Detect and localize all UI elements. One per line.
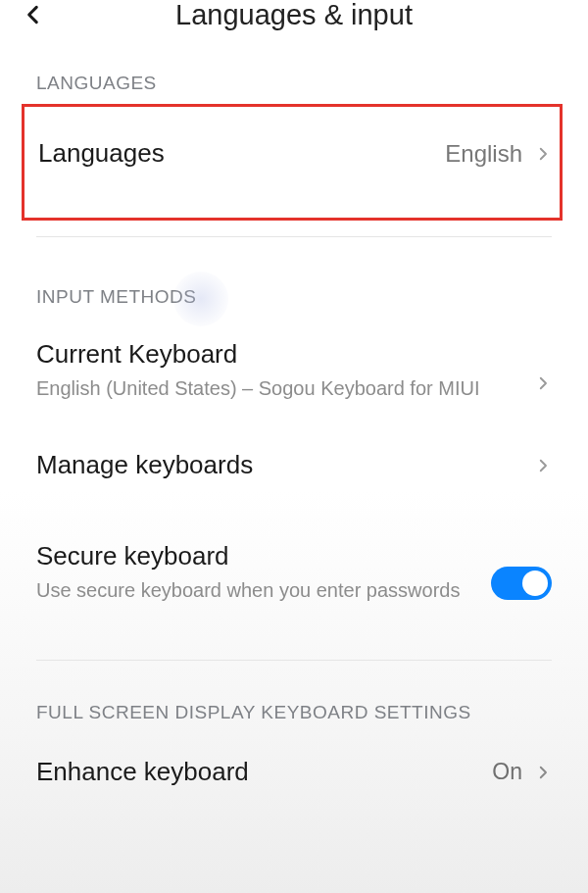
- languages-label: Languages: [38, 138, 165, 169]
- secure-keyboard-sub: Use secure keyboard when you enter passw…: [36, 575, 471, 605]
- page-title: Languages & input: [20, 0, 568, 31]
- enhance-keyboard-row[interactable]: Enhance keyboard On: [0, 757, 588, 787]
- manage-keyboards-row[interactable]: Manage keyboards: [0, 450, 588, 480]
- languages-value: English: [445, 140, 522, 168]
- current-keyboard-row[interactable]: Current Keyboard English (United States)…: [0, 308, 588, 403]
- section-header-fullscreen: FULL SCREEN DISPLAY KEYBOARD SETTINGS: [0, 702, 588, 723]
- current-keyboard-sub: English (United States) – Sogou Keyboard…: [36, 373, 534, 403]
- divider: [36, 236, 552, 237]
- manage-keyboards-label: Manage keyboards: [36, 450, 253, 480]
- current-keyboard-label: Current Keyboard: [36, 339, 534, 370]
- section-header-input-methods: INPUT METHODS: [0, 286, 588, 308]
- highlighted-languages-row: Languages English: [22, 104, 563, 221]
- chevron-right-icon: [534, 145, 552, 163]
- toggle-knob: [522, 571, 548, 596]
- header-bar: Languages & input: [0, 0, 588, 29]
- chevron-right-icon: [534, 374, 552, 392]
- chevron-right-icon: [534, 457, 552, 474]
- divider: [36, 660, 552, 661]
- secure-keyboard-toggle[interactable]: [491, 567, 552, 600]
- enhance-keyboard-label: Enhance keyboard: [36, 757, 249, 787]
- secure-keyboard-label: Secure keyboard: [36, 541, 471, 571]
- chevron-right-icon: [534, 764, 552, 781]
- languages-row[interactable]: Languages English: [38, 138, 552, 169]
- secure-keyboard-row[interactable]: Secure keyboard Use secure keyboard when…: [0, 480, 588, 605]
- section-header-languages: LANGUAGES: [0, 73, 588, 94]
- enhance-keyboard-value: On: [492, 759, 522, 785]
